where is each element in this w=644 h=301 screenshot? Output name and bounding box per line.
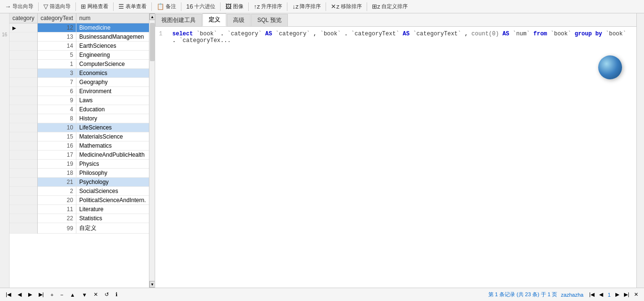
cell-category: 4 (38, 105, 76, 114)
nav-refresh-btn[interactable]: ↺ (103, 291, 111, 298)
tab-advanced[interactable]: 高级 (227, 14, 251, 26)
row-indicator (10, 60, 38, 69)
vert-scrollbar[interactable]: ▲ ▼ (149, 13, 155, 288)
page-prev-btn[interactable]: ◀ (597, 291, 605, 298)
nav-add-btn[interactable]: + (49, 291, 55, 298)
table-row[interactable]: ▶12Biomedicine13 (10, 23, 149, 32)
scroll-thumb[interactable] (150, 23, 155, 61)
form-btn[interactable]: ☰ 表单查看 (116, 2, 149, 11)
row-indicator (10, 160, 38, 169)
table-row[interactable]: 6Environment42 (10, 87, 149, 96)
table-row[interactable]: 1ComputerScience56 (10, 60, 149, 69)
cell-category-text: Literature (76, 205, 149, 214)
table-container[interactable]: category categoryText num ▶12Biomedicine… (10, 13, 149, 288)
form-icon: ☰ (118, 3, 124, 10)
col-header-num[interactable]: num (76, 13, 149, 23)
table-row[interactable]: 2SocialSciences51 (10, 187, 149, 196)
status-left: |◀ ◀ ▶ ▶| + − ▲ ▼ ✕ ↺ ℹ (4, 291, 119, 298)
custom-sort-btn[interactable]: ⊞z 自定义排序 (369, 2, 411, 11)
table-row[interactable]: 4Education60 (10, 105, 149, 114)
table-row[interactable]: 17MedicineAndPublicHealth20 (10, 150, 149, 160)
nav-play-btn[interactable]: ▶ (26, 291, 34, 298)
sql-kw-as-2: AS (403, 31, 410, 37)
sort-desc-icon: ↓z (292, 3, 298, 10)
table-row[interactable]: 16Mathematics9 (10, 141, 149, 150)
nav-prev-btn[interactable]: ◀ (16, 291, 23, 298)
sql-table-from: `book` (550, 31, 571, 37)
tab-definition[interactable]: 定义 (202, 13, 226, 26)
table-row[interactable]: 14EarthSciences16 (10, 42, 149, 51)
nav-last-btn[interactable]: ▶| (37, 291, 46, 298)
toolbar: → 导出向导 ▽ 筛选向导 ⊞ 网格查看 ☰ 表单查看 📋 备注 16 十六进位 (0, 0, 644, 13)
page-next-btn[interactable]: ▶ (613, 291, 621, 298)
row-indicator (10, 96, 38, 105)
table-row[interactable]: 18Philosophy16 (10, 169, 149, 178)
status-link[interactable]: zazhazha (561, 292, 583, 298)
sql-dot-3: . (172, 37, 176, 44)
tab-view-builder[interactable]: 视图创建工具 (155, 14, 202, 26)
table-row[interactable]: 10LifeSciences24 (10, 123, 149, 132)
row-indicator (10, 169, 38, 178)
page-first-btn[interactable]: |◀ (587, 291, 596, 298)
nav-delete-btn[interactable]: − (58, 291, 65, 298)
cell-category: 14 (38, 42, 76, 51)
right-scrollbar[interactable] (636, 13, 644, 288)
row-indicator (10, 214, 38, 223)
col-header-category[interactable]: category (10, 13, 38, 23)
remove-sort-btn[interactable]: ✕z 移除排序 (328, 2, 365, 11)
table-row[interactable]: 20PoliticalScienceAndIntern.26 (10, 196, 149, 205)
toolbar-sep-6 (220, 2, 221, 11)
page-last-btn[interactable]: ▶| (622, 291, 631, 298)
table-row[interactable]: 19Physics10 (10, 160, 149, 169)
table-row[interactable]: 21Psychology3 (10, 178, 149, 187)
table-row[interactable]: 5Engineering23 (10, 51, 149, 60)
nav-down-btn[interactable]: ▼ (80, 291, 89, 298)
table-row[interactable]: 15MaterialsScience2 (10, 132, 149, 141)
table-row[interactable]: 11Literature6 (10, 205, 149, 214)
image-btn[interactable]: 🖼 图像 (222, 2, 246, 11)
cell-category-text: Geography (76, 78, 149, 87)
row-indicator (10, 51, 38, 60)
sql-editor[interactable]: 1 select `book` . `category` AS `categor… (155, 27, 636, 288)
filter-btn[interactable]: ▽ 筛选向导 (41, 2, 74, 11)
nav-cancel-btn[interactable]: ✕ (92, 291, 100, 298)
table-row[interactable]: 13BusinessandManagemen16 (10, 32, 149, 42)
row-indicator (10, 150, 38, 160)
cell-category-text: PoliticalScienceAndIntern. (76, 196, 149, 205)
note-icon: 📋 (157, 3, 164, 10)
table-row[interactable]: 7Geography (10, 78, 149, 87)
cell-category-text: LifeSciences (76, 123, 149, 132)
image-icon: 🖼 (225, 3, 232, 10)
note-btn[interactable]: 📋 备注 (154, 2, 179, 11)
sql-comma-2: , (465, 31, 468, 37)
row-indicator (10, 178, 38, 187)
cell-category: 19 (38, 160, 76, 169)
row-indicator (10, 123, 38, 132)
sort-desc-btn[interactable]: ↓z 降序排序 (289, 2, 324, 11)
sql-alias-category: `category` (275, 31, 310, 37)
sort-asc-btn[interactable]: ↑z 升序排序 (251, 2, 285, 11)
grid-btn[interactable]: ⊞ 网格查看 (78, 2, 111, 11)
toolbar-sep-1 (38, 2, 39, 11)
table-row[interactable]: 99自定义1 (10, 223, 149, 234)
cell-category-text: BusinessandManagemen (76, 32, 149, 42)
scroll-down-btn[interactable]: ▼ (149, 281, 155, 288)
nav-first-btn[interactable]: |◀ (4, 291, 13, 298)
table-row[interactable]: 22Statistics1 (10, 214, 149, 223)
data-table: category categoryText num ▶12Biomedicine… (10, 13, 149, 234)
page-close-btn[interactable]: ✕ (632, 291, 640, 298)
col-header-categorytext[interactable]: categoryText (38, 13, 76, 23)
cell-category: 8 (38, 114, 76, 123)
float-circle (598, 55, 622, 79)
nav-up-btn[interactable]: ▲ (68, 291, 77, 298)
scroll-up-btn[interactable]: ▲ (149, 13, 155, 20)
table-row[interactable]: 3Economics30 (10, 69, 149, 78)
export-btn[interactable]: → 导出向导 (2, 2, 36, 11)
sql-kw-from: from (533, 31, 547, 37)
table-row[interactable]: 9Laws13 (10, 96, 149, 105)
tab-sql-preview[interactable]: SQL 预览 (251, 14, 288, 26)
hex-btn[interactable]: 16 十六进位 (183, 2, 218, 11)
cell-category: 3 (38, 69, 76, 78)
nav-info-btn[interactable]: ℹ (114, 291, 119, 298)
table-row[interactable]: 8History18 (10, 114, 149, 123)
